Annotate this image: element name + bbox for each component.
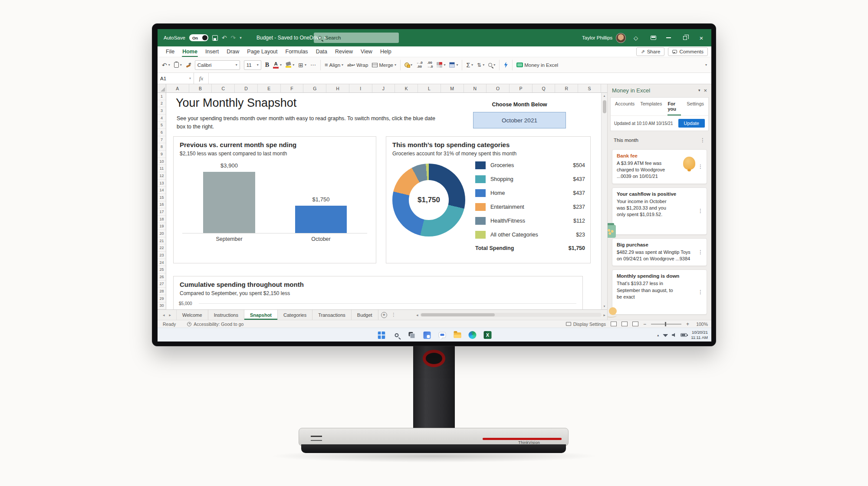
column-header-S[interactable]: S xyxy=(578,84,601,92)
vertical-scroll-thumb[interactable] xyxy=(603,100,606,113)
page-layout-view-button[interactable] xyxy=(621,322,628,326)
column-header-P[interactable]: P xyxy=(510,84,533,92)
search-icon[interactable] xyxy=(391,329,402,341)
taskbar-clock[interactable]: 10/20/21 11:11 AM xyxy=(691,330,708,341)
avatar[interactable] xyxy=(616,33,626,43)
user-name[interactable]: Taylor Phillips xyxy=(582,35,612,40)
row-header-30[interactable]: 30 xyxy=(158,302,166,310)
page-break-view-button[interactable] xyxy=(632,322,638,326)
menu-tab-file[interactable]: File xyxy=(162,46,178,57)
sheet-tab-options-icon[interactable]: ⋮ xyxy=(390,310,398,320)
more-options-icon[interactable]: ⋮ xyxy=(700,137,705,143)
format-as-table-button[interactable]: ▾ xyxy=(449,62,458,68)
insight-card[interactable]: Big purchase$482.29 was spent at Wingtip… xyxy=(612,238,707,266)
undo-icon[interactable]: ↶ xyxy=(222,34,227,41)
row-header-2[interactable]: 2 xyxy=(158,100,166,108)
column-header-O[interactable]: O xyxy=(487,84,510,92)
column-header-R[interactable]: R xyxy=(555,84,578,92)
wrap-text-button[interactable]: ab↩Wrap xyxy=(347,62,368,68)
share-button[interactable]: ⇗Share xyxy=(636,47,664,56)
horizontal-scroll-thumb[interactable] xyxy=(421,313,495,316)
teams-chat-icon[interactable] xyxy=(437,329,448,341)
menu-tab-draw[interactable]: Draw xyxy=(223,46,243,57)
file-explorer-icon[interactable] xyxy=(452,329,463,341)
column-header-B[interactable]: B xyxy=(189,84,212,92)
find-button[interactable]: ▾ xyxy=(488,63,495,67)
donut-chart-card[interactable]: This month’s top spending categories Gro… xyxy=(386,136,591,263)
column-header-F[interactable]: F xyxy=(281,84,304,92)
zoom-out-button[interactable]: − xyxy=(643,321,646,327)
bar-september[interactable] xyxy=(203,172,255,233)
new-sheet-button[interactable]: + xyxy=(378,310,390,320)
paste-button[interactable]: ▾ xyxy=(174,62,182,68)
row-header-19[interactable]: 19 xyxy=(158,223,166,230)
sheet-tab-snapshot[interactable]: Snapshot xyxy=(244,310,278,320)
fx-icon[interactable]: fx xyxy=(194,73,209,84)
windows-start-icon[interactable] xyxy=(376,329,387,341)
row-header-20[interactable]: 20 xyxy=(158,230,166,237)
edge-icon[interactable] xyxy=(467,329,478,341)
format-painter-button[interactable] xyxy=(186,62,191,68)
scroll-up-arrow[interactable]: ▴ xyxy=(604,93,605,99)
bar-chart-card[interactable]: Previous vs. current month spe nding $2,… xyxy=(173,136,376,263)
column-header-A[interactable]: A xyxy=(166,84,189,92)
row-header-26[interactable]: 26 xyxy=(158,273,166,281)
column-header-E[interactable]: E xyxy=(258,84,281,92)
merge-button[interactable]: Merge▾ xyxy=(372,62,396,68)
row-header-4[interactable]: 4 xyxy=(158,115,166,122)
row-header-5[interactable]: 5 xyxy=(158,122,166,129)
panel-tab-settings[interactable]: Settings xyxy=(687,101,704,115)
borders-button[interactable]: ⊞▾ xyxy=(298,62,306,69)
task-view-icon[interactable] xyxy=(406,329,418,341)
search-box[interactable]: Search xyxy=(314,33,399,43)
column-header-M[interactable]: M xyxy=(441,84,464,92)
row-header-9[interactable]: 9 xyxy=(158,151,166,158)
hidden-icons-chevron[interactable]: ▴ xyxy=(657,333,659,337)
more-options-icon[interactable]: ⋮ xyxy=(698,208,703,214)
sheet-tab-categories[interactable]: Categories xyxy=(278,310,312,320)
collapse-ribbon-icon[interactable]: ▾ xyxy=(705,63,707,67)
menu-tab-help[interactable]: Help xyxy=(376,46,395,57)
insight-card[interactable]: Your cashflow is positiveYour income in … xyxy=(612,187,707,235)
bold-button[interactable]: B xyxy=(265,62,269,69)
menu-tab-page-layout[interactable]: Page Layout xyxy=(243,46,281,57)
ribbon-display-options-icon[interactable] xyxy=(646,29,661,46)
volume-icon[interactable] xyxy=(672,333,677,337)
bar-october[interactable] xyxy=(295,206,347,233)
update-button[interactable]: Update xyxy=(678,119,705,128)
sheet-tab-instructions[interactable]: Instructions xyxy=(208,310,244,320)
redo-icon[interactable]: ↷ xyxy=(231,34,236,41)
money-in-excel-button[interactable]: Money in Excel xyxy=(516,62,558,68)
fill-color-button[interactable]: ▾ xyxy=(286,62,294,68)
column-header-L[interactable]: L xyxy=(418,84,441,92)
font-name-combo[interactable]: Calibri▾ xyxy=(195,60,240,70)
restore-button[interactable] xyxy=(677,29,692,46)
row-header-28[interactable]: 28 xyxy=(158,288,166,295)
previous-sheet-arrow[interactable]: ◂ xyxy=(163,313,165,317)
document-title[interactable]: Budget - Saved to OneDrive xyxy=(256,35,322,41)
next-sheet-arrow[interactable]: ▸ xyxy=(169,313,171,317)
row-header-15[interactable]: 15 xyxy=(158,194,166,201)
zoom-level[interactable]: 100% xyxy=(694,322,708,327)
row-header-23[interactable]: 23 xyxy=(158,252,166,259)
undo-button[interactable]: ↶▾ xyxy=(162,62,170,69)
number-format-button[interactable]: ▾ xyxy=(404,62,412,67)
panel-chevron-down-icon[interactable]: ▾ xyxy=(698,88,700,92)
column-header-I[interactable]: I xyxy=(349,84,372,92)
zoom-in-button[interactable]: + xyxy=(686,321,689,327)
widgets-icon[interactable] xyxy=(421,329,433,341)
row-header-21[interactable]: 21 xyxy=(158,237,166,245)
row-header-6[interactable]: 6 xyxy=(158,129,166,136)
insight-card[interactable]: Bank feeA $3.99 ATM fee was charged to W… xyxy=(612,149,707,184)
row-header-10[interactable]: 10 xyxy=(158,158,166,165)
autosum-button[interactable]: Σ▾ xyxy=(466,62,473,69)
analyze-data-button[interactable] xyxy=(503,62,508,68)
minimize-button[interactable] xyxy=(661,29,676,46)
sheet-tab-budget[interactable]: Budget xyxy=(352,310,378,320)
panel-tab-accounts[interactable]: Accounts xyxy=(615,101,635,115)
gem-feature-icon[interactable]: ◇ xyxy=(628,29,643,46)
row-header-1[interactable]: 1 xyxy=(158,93,166,100)
font-color-button[interactable]: A▾ xyxy=(273,62,282,69)
align-button[interactable]: ≡Align▾ xyxy=(325,62,343,68)
name-box[interactable]: A1▾ xyxy=(158,73,194,84)
